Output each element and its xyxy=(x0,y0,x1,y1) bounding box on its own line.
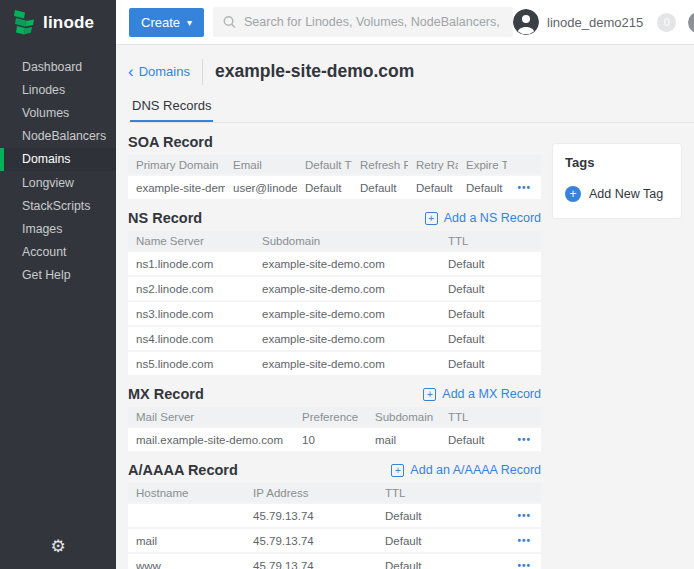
a-table-row: www 45.79.13.74 Default ••• xyxy=(128,554,541,569)
ttl-cell: Default xyxy=(377,560,507,569)
breadcrumb: ‹ Domains example-site-demo.com xyxy=(128,58,694,85)
add-a-record-button[interactable]: + Add an A/AAAA Record xyxy=(391,463,541,477)
row-actions-button[interactable]: ••• xyxy=(507,434,541,445)
ns-table-header: Name Server Subdomain TTL xyxy=(128,231,541,250)
row-actions-button[interactable]: ••• xyxy=(507,535,541,546)
add-a-record-label: Add an A/AAAA Record xyxy=(410,463,541,477)
name-server-cell: ns1.linode.com xyxy=(128,258,254,270)
ip-address-cell: 45.79.13.74 xyxy=(245,535,377,547)
linode-cloud-manager: linode Dashboard Linodes Volumes NodeBal… xyxy=(0,0,694,569)
sidebar-item-domains[interactable]: Domains xyxy=(0,148,116,171)
chevron-down-icon: ▾ xyxy=(187,17,192,28)
plus-box-icon: + xyxy=(425,212,438,225)
create-button[interactable]: Create ▾ xyxy=(129,8,204,37)
avatar-icon xyxy=(513,9,539,35)
mx-table: Mail Server Preference Subdomain TTL mai… xyxy=(128,407,541,451)
ttl-cell: Default xyxy=(440,283,541,295)
records-column: SOA Record Primary Domain Email Default … xyxy=(128,123,541,569)
row-actions-button[interactable]: ••• xyxy=(507,182,541,193)
column-header: Email xyxy=(225,159,297,171)
column-header: Name Server xyxy=(128,235,254,247)
ns-table-row: ns5.linode.com example-site-demo.com Def… xyxy=(128,352,541,375)
ttl-cell: Default xyxy=(440,434,507,446)
row-actions-button[interactable]: ••• xyxy=(507,510,541,521)
mail-server-cell: mail.example-site-demo.com xyxy=(128,434,294,446)
plus-box-icon: + xyxy=(391,464,404,477)
sidebar-item-linodes[interactable]: Linodes xyxy=(0,78,116,101)
add-mx-record-button[interactable]: + Add a MX Record xyxy=(423,387,541,401)
global-search[interactable] xyxy=(213,7,513,37)
a-table-header: Hostname IP Address TTL xyxy=(128,483,541,502)
breadcrumb-divider xyxy=(202,59,203,85)
soa-table-row: example-site-demo.com user@linode.com De… xyxy=(128,176,541,199)
sidebar-item-get-help[interactable]: Get Help xyxy=(0,264,116,287)
sidebar-item-nodebalancers[interactable]: NodeBalancers xyxy=(0,125,116,148)
a-table-row: mail 45.79.13.74 Default ••• xyxy=(128,529,541,552)
soa-section-header: SOA Record xyxy=(128,134,541,150)
sidebar-item-images[interactable]: Images xyxy=(0,217,116,240)
linode-logo[interactable]: linode xyxy=(0,0,116,45)
ns-table-row: ns2.linode.com example-site-demo.com Def… xyxy=(128,277,541,300)
back-chevron-icon: ‹ xyxy=(128,63,134,80)
ttl-cell: Default xyxy=(377,510,507,522)
column-header: TTL xyxy=(440,411,507,423)
ip-address-cell: 45.79.13.74 xyxy=(245,510,377,522)
sidebar-item-stackscripts[interactable]: StackScripts xyxy=(0,194,116,217)
a-table-row: 45.79.13.74 Default ••• xyxy=(128,504,541,527)
retry-rate-cell: Default xyxy=(408,182,458,194)
sidebar-item-volumes[interactable]: Volumes xyxy=(0,101,116,124)
page-title: example-site-demo.com xyxy=(215,61,414,82)
add-new-tag-label: Add New Tag xyxy=(589,187,663,201)
top-bar: Create ▾ linode_demo215 0 xyxy=(116,0,694,45)
ttl-cell: Default xyxy=(440,258,541,270)
ttl-cell: Default xyxy=(377,535,507,547)
main-area: Create ▾ linode_demo215 0 xyxy=(116,0,694,569)
add-mx-record-label: Add a MX Record xyxy=(442,387,541,401)
sidebar-item-dashboard[interactable]: Dashboard xyxy=(0,55,116,78)
column-header: Default TTL xyxy=(297,159,352,171)
name-server-cell: ns4.linode.com xyxy=(128,333,254,345)
default-ttl-cell: Default xyxy=(297,182,352,194)
content: ‹ Domains example-site-demo.com DNS Reco… xyxy=(116,45,694,569)
ns-table-row: ns3.linode.com example-site-demo.com Def… xyxy=(128,302,541,325)
tab-dns-records[interactable]: DNS Records xyxy=(130,94,213,122)
notifications-button[interactable] xyxy=(688,12,694,33)
mx-section-title: MX Record xyxy=(128,386,204,402)
name-server-cell: ns5.linode.com xyxy=(128,358,254,370)
name-server-cell: ns2.linode.com xyxy=(128,283,254,295)
subdomain-cell: mail xyxy=(367,434,440,446)
soa-table: Primary Domain Email Default TTL Refresh… xyxy=(128,155,541,199)
sidebar-nav: Dashboard Linodes Volumes NodeBalancers … xyxy=(0,45,116,287)
notification-count-badge[interactable]: 0 xyxy=(657,13,676,32)
mx-section-header: MX Record + Add a MX Record xyxy=(128,386,541,402)
row-actions-button[interactable]: ••• xyxy=(507,560,541,569)
add-new-tag-button[interactable]: + Add New Tag xyxy=(565,186,669,202)
user-menu[interactable]: linode_demo215 xyxy=(513,9,643,35)
hostname-cell: mail xyxy=(128,535,245,547)
column-header: Refresh Rate xyxy=(352,159,408,171)
tags-title: Tags xyxy=(565,155,669,170)
ttl-cell: Default xyxy=(440,308,541,320)
ns-table-row: ns1.linode.com example-site-demo.com Def… xyxy=(128,252,541,275)
mx-table-row: mail.example-site-demo.com 10 mail Defau… xyxy=(128,428,541,451)
column-header: Expire Time xyxy=(458,159,507,171)
preference-cell: 10 xyxy=(294,434,367,446)
column-header: Retry Rate xyxy=(408,159,458,171)
hostname-cell: www xyxy=(128,560,245,569)
ip-address-cell: 45.79.13.74 xyxy=(245,560,377,569)
add-ns-record-button[interactable]: + Add a NS Record xyxy=(425,211,541,225)
breadcrumb-back-link[interactable]: ‹ Domains xyxy=(128,63,190,80)
subdomain-cell: example-site-demo.com xyxy=(254,258,440,270)
side-panel: Tags + Add New Tag xyxy=(553,123,681,569)
sidebar-item-account[interactable]: Account xyxy=(0,241,116,264)
subdomain-cell: example-site-demo.com xyxy=(254,283,440,295)
search-input[interactable] xyxy=(244,15,503,29)
subdomain-cell: example-site-demo.com xyxy=(254,308,440,320)
sidebar-item-longview[interactable]: Longview xyxy=(0,171,116,194)
column-header: Preference xyxy=(294,411,367,423)
settings-gear-icon[interactable]: ⚙ xyxy=(0,536,116,557)
search-icon xyxy=(223,15,236,29)
column-header: TTL xyxy=(440,235,541,247)
tab-bar: DNS Records xyxy=(128,94,694,123)
ns-section-title: NS Record xyxy=(128,210,202,226)
